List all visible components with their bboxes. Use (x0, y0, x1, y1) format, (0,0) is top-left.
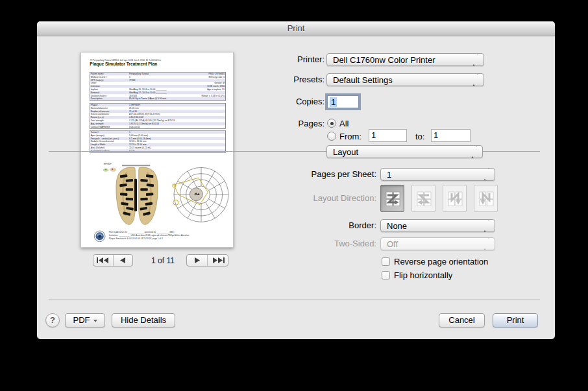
printer-label: Printer: (199, 53, 325, 66)
pages-to-field[interactable] (431, 129, 471, 142)
border-value: None (387, 221, 407, 231)
reverse-orientation-checkbox[interactable] (382, 257, 390, 266)
help-icon: ? (50, 315, 55, 325)
footer-line-2: Institution: __________ USC,Australian,2… (109, 234, 190, 237)
pages-from-field[interactable] (369, 129, 407, 142)
chevron-down-icon (93, 320, 97, 322)
dialog-title: Print (288, 23, 305, 33)
pages-from-label: From: (339, 130, 361, 143)
reverse-orientation-label: Reverse page orientation (394, 255, 488, 268)
pages-all-radio[interactable] (327, 119, 336, 128)
plan-logo-icon (93, 230, 106, 243)
copies-field[interactable]: 1 (327, 95, 359, 108)
layout-direction-z-button[interactable] (380, 185, 404, 212)
page-indicator: 1 of 11 (134, 256, 191, 265)
pages-per-sheet-popup[interactable]: 1 (380, 168, 495, 181)
two-sided-label: Two-Sided: (251, 237, 376, 250)
preview-document-title: Plaque Simulator Treatment Plan (90, 62, 157, 67)
printer-popup[interactable]: Dell C1760nw Color Printer (326, 53, 484, 66)
footer-divider (49, 300, 540, 300)
pages-all-label: All (339, 117, 349, 130)
pages-from-radio[interactable] (327, 132, 336, 141)
printer-value: Dell C1760nw Color Printer (333, 55, 435, 65)
pdf-menu-button[interactable]: PDF (65, 313, 105, 327)
pages-per-sheet-value: 1 (387, 170, 391, 180)
border-label: Border: (251, 219, 376, 232)
pages-label: Pages: (199, 117, 325, 130)
two-sided-value: Off (387, 239, 398, 249)
two-sided-popup: Off (380, 237, 495, 250)
popup-stepper-icon (483, 237, 491, 250)
retinal-polar-diagram (171, 166, 232, 225)
presets-label: Presets: (199, 73, 325, 86)
settings-pane-value: Layout (333, 147, 358, 157)
copies-label: Copies: (199, 95, 325, 108)
presets-value: Default Settings (333, 75, 393, 85)
plaque-model-label: EP930P (104, 163, 112, 165)
layout-direction-label: Layout Direction: (251, 192, 376, 205)
cancel-label: Cancel (448, 315, 474, 325)
first-page-button[interactable] (93, 255, 113, 266)
previous-page-button[interactable] (113, 255, 133, 266)
footer-line-1: Plan by Astrahan for ______________ appr… (109, 231, 175, 233)
popup-stepper-icon (483, 168, 491, 181)
nav-back-segment (93, 254, 133, 267)
nav-forward-segment (186, 254, 228, 267)
hide-details-label: Hide Details (121, 315, 166, 325)
plaque-seed-diagram (114, 166, 160, 226)
popup-stepper-icon (472, 73, 480, 86)
footer-line-3: Plaque Simulator™ 6.0.6 2014-08-14 23:59… (109, 237, 163, 240)
next-page-button[interactable] (187, 255, 207, 266)
popup-stepper-icon (483, 219, 491, 232)
border-popup[interactable]: None (380, 219, 495, 232)
hide-details-button[interactable]: Hide Details (112, 313, 175, 327)
settings-pane-popup[interactable]: Layout (326, 145, 483, 158)
popup-stepper-icon (471, 145, 478, 158)
dialog-titlebar: Print (37, 21, 555, 36)
presets-popup[interactable]: Default Settings (326, 73, 484, 86)
cancel-button[interactable]: Cancel (439, 313, 485, 327)
help-button[interactable]: ? (45, 313, 60, 327)
pages-per-sheet-label: Pages per Sheet: (251, 168, 376, 181)
pages-to-label: to: (415, 130, 424, 143)
copies-value: 1 (330, 97, 337, 107)
layout-direction-s-button[interactable] (411, 185, 435, 212)
flip-horizontally-checkbox[interactable] (382, 271, 390, 279)
layout-direction-n-button[interactable] (474, 185, 498, 212)
print-label: Print (507, 315, 524, 325)
popup-stepper-icon (472, 53, 480, 66)
print-dialog: Print Pt:Peripapillary Tutorial, MRN:0, … (37, 21, 555, 339)
layout-direction-n-reverse-button[interactable] (443, 185, 467, 212)
print-button[interactable]: Print (493, 313, 538, 327)
last-page-button[interactable] (207, 255, 228, 266)
flip-horizontally-label: Flip horizontally (394, 269, 452, 282)
preview-tumor-table: Tumor #:1Apex (margin):5.00 mm (2.00 mm)… (90, 130, 226, 153)
pdf-label: PDF (73, 315, 90, 325)
